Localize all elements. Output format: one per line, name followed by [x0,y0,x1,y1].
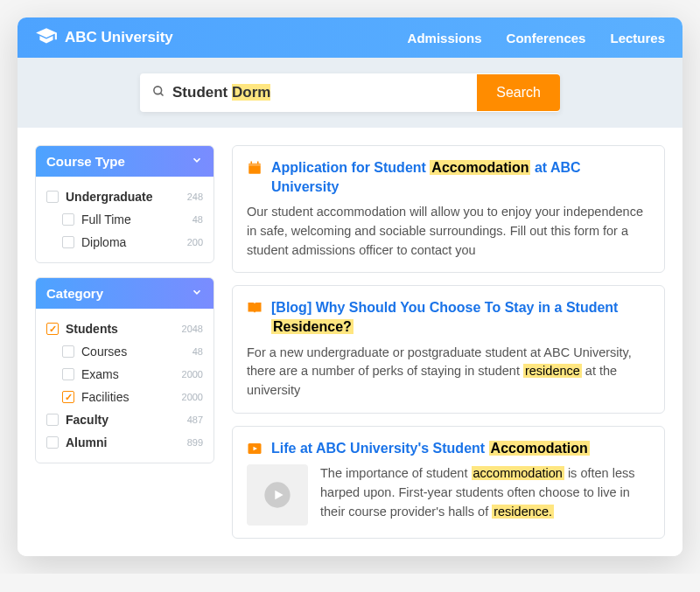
play-icon [263,481,291,509]
card-header: Life at ABC University's Student Accomod… [247,439,650,458]
panel-header[interactable]: Category [36,278,214,309]
filter-item[interactable]: Undergraduate248 [46,185,203,208]
nav-admissions[interactable]: Admissions [408,31,482,45]
checkbox[interactable] [46,191,59,203]
checkbox[interactable] [46,436,59,449]
card-header: [Blog] Why Should You Choose To Stay in … [247,298,650,336]
checkbox[interactable] [62,236,74,248]
card-header: Application for Student Accomodation at … [247,158,650,196]
results-list: Application for Student Accomodation at … [232,145,665,539]
searchbar: Student Dorm Search [140,73,560,112]
sidebar: Course TypeUndergraduate248Full Time48Di… [35,145,214,539]
result-snippet: Our student accommodation will allow you… [247,203,650,260]
result-body: Our student accommodation will allow you… [247,203,650,260]
checkbox[interactable] [46,323,59,335]
nav-lectures[interactable]: Lectures [610,31,665,45]
video-thumbnail[interactable] [247,464,308,526]
filter-count: 2000 [182,392,203,402]
filter-label: Faculty [66,413,108,427]
filter-count: 2000 [182,369,203,380]
checkbox[interactable] [62,213,74,226]
video-icon [247,441,262,456]
search-icon [140,85,172,101]
filter-item[interactable]: Alumni899 [46,431,203,454]
filter-item[interactable]: Diploma200 [46,231,203,254]
filter-label: Facilities [81,390,129,404]
svg-point-0 [154,87,162,94]
filter-item[interactable]: Courses48 [46,340,203,363]
panel-title: Category [46,286,103,301]
filter-count: 200 [187,237,203,247]
filter-item[interactable]: Full Time48 [46,208,203,231]
panel-header[interactable]: Course Type [36,146,214,177]
result-title[interactable]: [Blog] Why Should You Choose To Stay in … [271,298,650,336]
filter-count: 487 [187,414,203,425]
header: ABC University Admissions Conferences Le… [18,17,682,58]
result-snippet: The importance of student accommodation … [320,464,650,521]
filter-label: Courses [81,345,127,359]
svg-line-1 [160,93,163,95]
checkbox[interactable] [62,368,74,380]
search-button[interactable]: Search [477,74,560,111]
filter-label: Alumni [66,435,107,449]
filter-panel: Course TypeUndergraduate248Full Time48Di… [35,145,214,263]
filter-label: Full Time [81,212,131,226]
panel-body: Students2048Courses48Exams2000Facilities… [36,309,214,463]
book-icon [247,300,262,316]
svg-rect-3 [248,164,261,166]
nav-conferences[interactable]: Conferences [507,31,586,45]
top-nav: Admissions Conferences Lectures [408,31,665,45]
result-snippet: For a new undergraduate or postgraduate … [247,344,650,400]
chevron-down-icon [191,154,203,169]
filter-count: 248 [187,192,203,202]
filter-label: Exams [81,367,119,381]
filter-label: Diploma [81,235,126,249]
filter-item[interactable]: Faculty487 [46,408,203,431]
searchbar-area: Student Dorm Search [18,58,682,128]
filter-count: 2048 [182,324,203,334]
checkbox[interactable] [62,391,74,403]
result-body: For a new undergraduate or postgraduate … [247,344,650,400]
calendar-icon [247,160,262,176]
brand-name: ABC University [65,29,173,46]
result-title[interactable]: Application for Student Accomodation at … [271,158,650,196]
chevron-down-icon [191,286,203,301]
result-card: Life at ABC University's Student Accomod… [232,426,665,540]
filter-item[interactable]: Exams2000 [46,363,203,386]
result-body: The importance of student accommodation … [247,464,650,526]
filter-label: Students [66,322,118,336]
panel-body: Undergraduate248Full Time48Diploma200 [36,177,214,262]
filter-item[interactable]: Students2048 [46,317,203,340]
result-title[interactable]: Life at ABC University's Student Accomod… [271,439,590,458]
brand[interactable]: ABC University [35,26,173,49]
checkbox[interactable] [62,345,74,358]
content: Course TypeUndergraduate248Full Time48Di… [18,128,682,556]
panel-title: Course Type [46,154,125,169]
filter-panel: CategoryStudents2048Courses48Exams2000Fa… [35,277,214,463]
filter-item[interactable]: Facilities2000 [46,386,203,408]
filter-label: Undergraduate [66,190,153,204]
app-window: ABC University Admissions Conferences Le… [18,17,682,556]
search-input[interactable]: Student Dorm [172,73,477,112]
filter-count: 899 [187,437,203,448]
filter-count: 48 [192,214,203,225]
filter-count: 48 [192,346,203,357]
logo-icon [35,26,58,49]
checkbox[interactable] [46,414,59,426]
result-card: Application for Student Accomodation at … [232,145,665,273]
result-card: [Blog] Why Should You Choose To Stay in … [232,285,665,413]
